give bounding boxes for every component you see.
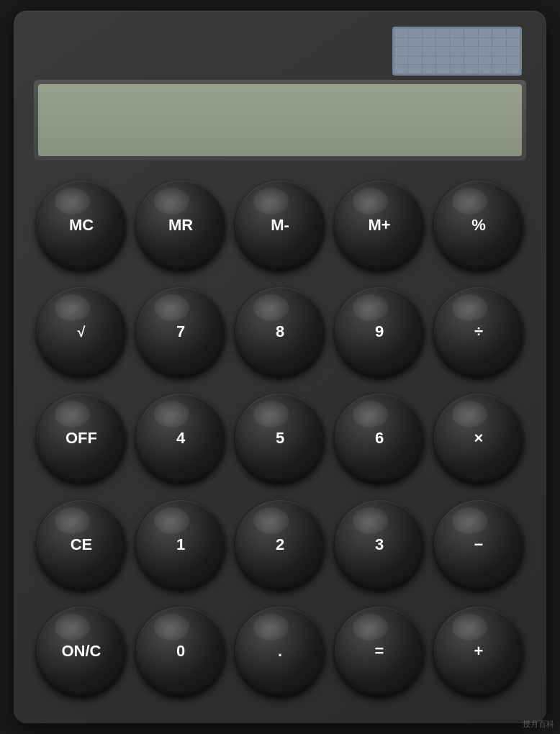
calculator: MCMRM-M+%√789÷OFF456×CE123−ON/C0.=+ 授月百科 <box>14 11 546 723</box>
two-button[interactable]: 2 <box>235 500 325 589</box>
dot-button[interactable]: . <box>235 607 325 696</box>
onc-button[interactable]: ON/C <box>37 607 126 696</box>
divide-button[interactable]: ÷ <box>434 287 523 376</box>
sqrt-button[interactable]: √ <box>37 287 126 376</box>
equals-button[interactable]: = <box>335 607 424 696</box>
off-button[interactable]: OFF <box>37 394 126 483</box>
one-button[interactable]: 1 <box>136 500 225 589</box>
percent-button[interactable]: % <box>434 181 523 270</box>
mc-button[interactable]: MC <box>37 181 126 270</box>
ce-button[interactable]: CE <box>37 500 126 589</box>
mminus-button[interactable]: M- <box>235 181 325 270</box>
eight-button[interactable]: 8 <box>235 287 325 376</box>
seven-button[interactable]: 7 <box>136 287 225 376</box>
mplus-button[interactable]: M+ <box>335 181 424 270</box>
watermark: 授月百科 <box>523 719 554 730</box>
minus-button[interactable]: − <box>434 500 523 589</box>
display-wrapper <box>34 80 526 160</box>
three-button[interactable]: 3 <box>335 500 424 589</box>
buttons-grid: MCMRM-M+%√789÷OFF456×CE123−ON/C0.=+ <box>34 181 526 703</box>
six-button[interactable]: 6 <box>335 394 424 483</box>
nine-button[interactable]: 9 <box>335 287 424 376</box>
solar-area <box>34 27 526 76</box>
display <box>38 84 522 156</box>
mr-button[interactable]: MR <box>136 181 225 270</box>
plus-button[interactable]: + <box>434 607 523 696</box>
solar-panel <box>392 27 522 76</box>
five-button[interactable]: 5 <box>235 394 325 483</box>
zero-button[interactable]: 0 <box>136 607 225 696</box>
multiply-button[interactable]: × <box>434 394 523 483</box>
four-button[interactable]: 4 <box>136 394 225 483</box>
top-section <box>34 27 526 173</box>
